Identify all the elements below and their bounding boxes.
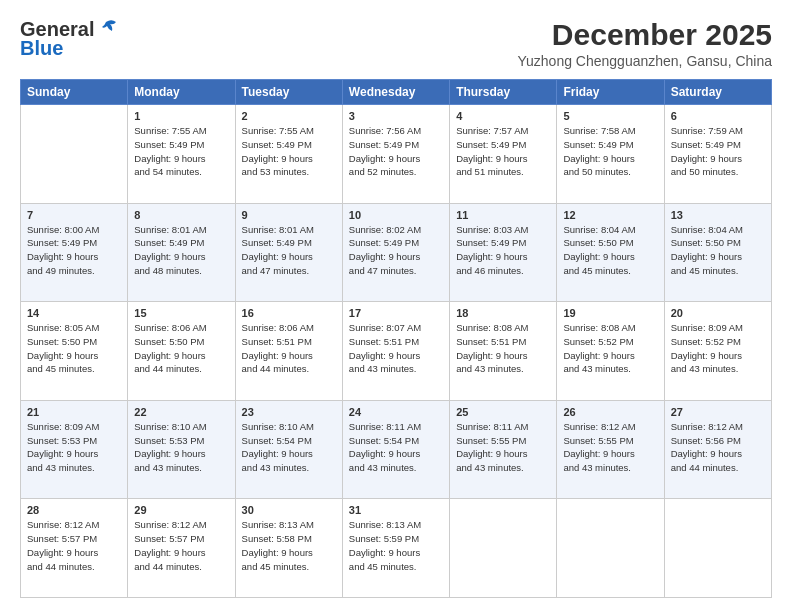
day-number: 21 bbox=[27, 406, 121, 418]
calendar-cell: 13Sunrise: 8:04 AM Sunset: 5:50 PM Dayli… bbox=[664, 203, 771, 302]
day-number: 28 bbox=[27, 504, 121, 516]
day-number: 16 bbox=[242, 307, 336, 319]
day-info: Sunrise: 8:03 AM Sunset: 5:49 PM Dayligh… bbox=[456, 223, 550, 278]
calendar-cell: 3Sunrise: 7:56 AM Sunset: 5:49 PM Daylig… bbox=[342, 105, 449, 204]
calendar-cell bbox=[557, 499, 664, 598]
day-info: Sunrise: 8:07 AM Sunset: 5:51 PM Dayligh… bbox=[349, 321, 443, 376]
calendar-cell: 16Sunrise: 8:06 AM Sunset: 5:51 PM Dayli… bbox=[235, 302, 342, 401]
day-number: 23 bbox=[242, 406, 336, 418]
day-info: Sunrise: 8:11 AM Sunset: 5:55 PM Dayligh… bbox=[456, 420, 550, 475]
logo-bird-icon bbox=[98, 19, 120, 37]
day-number: 12 bbox=[563, 209, 657, 221]
day-info: Sunrise: 8:10 AM Sunset: 5:53 PM Dayligh… bbox=[134, 420, 228, 475]
header-friday: Friday bbox=[557, 80, 664, 105]
calendar-cell: 5Sunrise: 7:58 AM Sunset: 5:49 PM Daylig… bbox=[557, 105, 664, 204]
day-number: 3 bbox=[349, 110, 443, 122]
day-number: 1 bbox=[134, 110, 228, 122]
day-number: 11 bbox=[456, 209, 550, 221]
title-block: December 2025 Yuzhong Chengguanzhen, Gan… bbox=[517, 18, 772, 69]
day-number: 18 bbox=[456, 307, 550, 319]
page: General Blue December 2025 Yuzhong Cheng… bbox=[0, 0, 792, 612]
calendar-cell: 24Sunrise: 8:11 AM Sunset: 5:54 PM Dayli… bbox=[342, 400, 449, 499]
calendar-cell bbox=[664, 499, 771, 598]
day-number: 6 bbox=[671, 110, 765, 122]
calendar-cell: 4Sunrise: 7:57 AM Sunset: 5:49 PM Daylig… bbox=[450, 105, 557, 204]
day-info: Sunrise: 8:13 AM Sunset: 5:58 PM Dayligh… bbox=[242, 518, 336, 573]
calendar-cell: 22Sunrise: 8:10 AM Sunset: 5:53 PM Dayli… bbox=[128, 400, 235, 499]
day-number: 13 bbox=[671, 209, 765, 221]
day-info: Sunrise: 8:08 AM Sunset: 5:51 PM Dayligh… bbox=[456, 321, 550, 376]
calendar-cell: 21Sunrise: 8:09 AM Sunset: 5:53 PM Dayli… bbox=[21, 400, 128, 499]
logo: General Blue bbox=[20, 18, 120, 60]
location: Yuzhong Chengguanzhen, Gansu, China bbox=[517, 53, 772, 69]
day-number: 9 bbox=[242, 209, 336, 221]
calendar-cell: 1Sunrise: 7:55 AM Sunset: 5:49 PM Daylig… bbox=[128, 105, 235, 204]
calendar-cell: 18Sunrise: 8:08 AM Sunset: 5:51 PM Dayli… bbox=[450, 302, 557, 401]
calendar-week-4: 21Sunrise: 8:09 AM Sunset: 5:53 PM Dayli… bbox=[21, 400, 772, 499]
day-number: 27 bbox=[671, 406, 765, 418]
calendar-cell: 9Sunrise: 8:01 AM Sunset: 5:49 PM Daylig… bbox=[235, 203, 342, 302]
header-saturday: Saturday bbox=[664, 80, 771, 105]
day-number: 22 bbox=[134, 406, 228, 418]
day-info: Sunrise: 8:13 AM Sunset: 5:59 PM Dayligh… bbox=[349, 518, 443, 573]
day-number: 31 bbox=[349, 504, 443, 516]
day-info: Sunrise: 8:12 AM Sunset: 5:57 PM Dayligh… bbox=[27, 518, 121, 573]
day-number: 17 bbox=[349, 307, 443, 319]
calendar-cell: 2Sunrise: 7:55 AM Sunset: 5:49 PM Daylig… bbox=[235, 105, 342, 204]
calendar-table: Sunday Monday Tuesday Wednesday Thursday… bbox=[20, 79, 772, 598]
calendar-cell: 27Sunrise: 8:12 AM Sunset: 5:56 PM Dayli… bbox=[664, 400, 771, 499]
calendar-cell: 6Sunrise: 7:59 AM Sunset: 5:49 PM Daylig… bbox=[664, 105, 771, 204]
day-number: 20 bbox=[671, 307, 765, 319]
calendar-week-5: 28Sunrise: 8:12 AM Sunset: 5:57 PM Dayli… bbox=[21, 499, 772, 598]
day-info: Sunrise: 8:12 AM Sunset: 5:56 PM Dayligh… bbox=[671, 420, 765, 475]
calendar-cell: 15Sunrise: 8:06 AM Sunset: 5:50 PM Dayli… bbox=[128, 302, 235, 401]
calendar-cell: 28Sunrise: 8:12 AM Sunset: 5:57 PM Dayli… bbox=[21, 499, 128, 598]
day-number: 26 bbox=[563, 406, 657, 418]
calendar-cell: 8Sunrise: 8:01 AM Sunset: 5:49 PM Daylig… bbox=[128, 203, 235, 302]
calendar-week-2: 7Sunrise: 8:00 AM Sunset: 5:49 PM Daylig… bbox=[21, 203, 772, 302]
calendar-cell: 20Sunrise: 8:09 AM Sunset: 5:52 PM Dayli… bbox=[664, 302, 771, 401]
day-number: 7 bbox=[27, 209, 121, 221]
day-info: Sunrise: 8:04 AM Sunset: 5:50 PM Dayligh… bbox=[671, 223, 765, 278]
calendar-cell: 19Sunrise: 8:08 AM Sunset: 5:52 PM Dayli… bbox=[557, 302, 664, 401]
header-row: Sunday Monday Tuesday Wednesday Thursday… bbox=[21, 80, 772, 105]
day-info: Sunrise: 8:12 AM Sunset: 5:57 PM Dayligh… bbox=[134, 518, 228, 573]
header: General Blue December 2025 Yuzhong Cheng… bbox=[20, 18, 772, 69]
logo-blue: Blue bbox=[20, 37, 63, 60]
day-info: Sunrise: 8:02 AM Sunset: 5:49 PM Dayligh… bbox=[349, 223, 443, 278]
day-info: Sunrise: 8:12 AM Sunset: 5:55 PM Dayligh… bbox=[563, 420, 657, 475]
day-number: 2 bbox=[242, 110, 336, 122]
day-info: Sunrise: 7:56 AM Sunset: 5:49 PM Dayligh… bbox=[349, 124, 443, 179]
day-info: Sunrise: 8:06 AM Sunset: 5:50 PM Dayligh… bbox=[134, 321, 228, 376]
calendar-cell: 7Sunrise: 8:00 AM Sunset: 5:49 PM Daylig… bbox=[21, 203, 128, 302]
calendar-cell: 11Sunrise: 8:03 AM Sunset: 5:49 PM Dayli… bbox=[450, 203, 557, 302]
calendar-cell: 10Sunrise: 8:02 AM Sunset: 5:49 PM Dayli… bbox=[342, 203, 449, 302]
day-info: Sunrise: 8:04 AM Sunset: 5:50 PM Dayligh… bbox=[563, 223, 657, 278]
calendar-cell: 14Sunrise: 8:05 AM Sunset: 5:50 PM Dayli… bbox=[21, 302, 128, 401]
calendar-body: 1Sunrise: 7:55 AM Sunset: 5:49 PM Daylig… bbox=[21, 105, 772, 598]
calendar-cell: 12Sunrise: 8:04 AM Sunset: 5:50 PM Dayli… bbox=[557, 203, 664, 302]
day-info: Sunrise: 8:09 AM Sunset: 5:53 PM Dayligh… bbox=[27, 420, 121, 475]
day-number: 25 bbox=[456, 406, 550, 418]
header-thursday: Thursday bbox=[450, 80, 557, 105]
day-info: Sunrise: 7:55 AM Sunset: 5:49 PM Dayligh… bbox=[242, 124, 336, 179]
day-number: 30 bbox=[242, 504, 336, 516]
calendar-week-3: 14Sunrise: 8:05 AM Sunset: 5:50 PM Dayli… bbox=[21, 302, 772, 401]
day-info: Sunrise: 7:55 AM Sunset: 5:49 PM Dayligh… bbox=[134, 124, 228, 179]
calendar-cell: 26Sunrise: 8:12 AM Sunset: 5:55 PM Dayli… bbox=[557, 400, 664, 499]
day-number: 24 bbox=[349, 406, 443, 418]
day-info: Sunrise: 8:01 AM Sunset: 5:49 PM Dayligh… bbox=[242, 223, 336, 278]
day-info: Sunrise: 7:57 AM Sunset: 5:49 PM Dayligh… bbox=[456, 124, 550, 179]
day-info: Sunrise: 8:10 AM Sunset: 5:54 PM Dayligh… bbox=[242, 420, 336, 475]
day-number: 15 bbox=[134, 307, 228, 319]
month-title: December 2025 bbox=[517, 18, 772, 51]
day-number: 19 bbox=[563, 307, 657, 319]
header-tuesday: Tuesday bbox=[235, 80, 342, 105]
calendar-cell bbox=[450, 499, 557, 598]
calendar-cell: 29Sunrise: 8:12 AM Sunset: 5:57 PM Dayli… bbox=[128, 499, 235, 598]
day-info: Sunrise: 8:01 AM Sunset: 5:49 PM Dayligh… bbox=[134, 223, 228, 278]
calendar-cell bbox=[21, 105, 128, 204]
calendar-cell: 25Sunrise: 8:11 AM Sunset: 5:55 PM Dayli… bbox=[450, 400, 557, 499]
calendar-cell: 23Sunrise: 8:10 AM Sunset: 5:54 PM Dayli… bbox=[235, 400, 342, 499]
day-number: 10 bbox=[349, 209, 443, 221]
